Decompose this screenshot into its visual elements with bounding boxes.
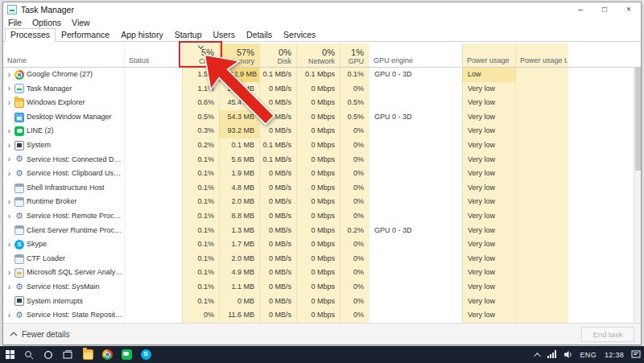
expand-chevron-icon[interactable] [6,68,13,81]
process-row[interactable]: LINE (2) 0.3% 93.2 MB 0 MB/s 0 Mbps 0% V… [3,124,641,138]
expand-chevron-icon[interactable] [6,266,13,279]
process-row[interactable]: Desktop Window Manager 0.5% 54.3 MB 0 MB… [3,110,641,125]
power-trend-cell [515,138,568,153]
tab-services[interactable]: Services [278,28,321,42]
end-task-button[interactable]: End task [581,327,634,342]
power-usage-cell: Very low [462,308,515,323]
status-cell [124,167,182,181]
process-row[interactable]: Service Host: SysMain 0.1% 1.1 MB 0 MB/s… [3,280,641,295]
menu-options[interactable]: Options [32,18,61,27]
tab-details[interactable]: Details [241,28,278,42]
tab-performance[interactable]: Performance [56,28,115,42]
maximize-button[interactable]: □ [592,2,617,17]
process-row[interactable]: CTF Loader 0.1% 2.0 MB 0 MB/s 0 Mbps 0% … [3,252,641,266]
process-icon [14,283,24,292]
fewer-details-toggle[interactable]: Fewer details [10,330,69,339]
power-trend-cell [515,82,568,97]
start-button[interactable] [0,346,19,363]
process-row[interactable]: System interrupts 0.1% 0 MB 0 MB/s 0 Mbp… [3,295,641,309]
status-cell [124,224,182,238]
taskbar-skype[interactable] [135,346,155,363]
power-trend-cell [515,237,568,252]
process-icon [14,141,24,151]
expand-chevron-icon[interactable] [6,167,13,180]
taskbar-chrome[interactable] [97,346,116,363]
expand-chevron-icon[interactable] [6,139,13,152]
column-header-gpu-engine[interactable]: GPU engine [369,43,462,67]
process-row[interactable]: Task Manager 1.1% 26.1 MB 0 MB/s 0 Mbps … [3,82,641,97]
process-row[interactable]: Google Chrome (27) 1.5% 1,412.9 MB 0.1 M… [3,68,641,82]
power-trend-cell [515,181,568,196]
column-header-gpu[interactable]: 1% GPU [340,43,369,67]
status-cell [124,138,182,153]
status-cell [124,237,182,252]
tab-startup[interactable]: Startup [169,28,208,42]
memory-cell: 11.6 MB [219,308,259,323]
tray-expand-button[interactable] [528,346,544,363]
row-filler [568,224,641,238]
column-header-network[interactable]: 0% Network [296,43,340,67]
process-row[interactable]: Service Host: Remote Procedure... 0.1% 8… [3,209,641,224]
clock[interactable]: 12:38 [601,351,628,359]
tray-network-button[interactable] [544,346,560,363]
process-row[interactable]: Service Host: Clipboard User Ser... 0.1%… [3,167,641,181]
row-filler [568,96,641,110]
file-explorer-icon [83,349,93,360]
process-name-cell: CTF Loader [3,252,124,266]
status-cell [124,280,182,295]
menu-view[interactable]: View [72,18,90,27]
expand-chevron-icon[interactable] [6,210,13,223]
taskbar-search-button[interactable] [19,346,39,363]
process-name-cell: Service Host: Connected Device... [3,153,124,167]
expand-chevron-icon[interactable] [6,196,13,208]
scrollbar-thumb[interactable] [635,68,641,171]
expand-chevron-icon[interactable] [6,238,13,251]
expand-chevron-icon[interactable] [6,125,13,138]
column-header-status[interactable]: Status [124,43,182,67]
gpu-engine-cell: GPU 0 - 3D [369,224,462,238]
gpu-cell: 0% [340,153,369,167]
tab-app-history[interactable]: App history [115,28,169,42]
process-name-cell: Client Server Runtime Process [3,224,124,238]
network-cell: 0 Mbps [296,96,340,110]
memory-cell: 5.6 MB [219,153,259,167]
language-indicator[interactable]: ENG [576,351,601,359]
network-cell: 0 Mbps [296,280,340,295]
expand-chevron-icon[interactable] [6,82,13,95]
process-row[interactable]: System 0.2% 0.1 MB 0.1 MB/s 0 Mbps 0% Ve… [3,138,641,153]
action-center-button[interactable] [628,346,644,363]
process-row[interactable]: Windows Explorer 0.6% 45.4 MB 0 MB/s 0 M… [3,96,641,110]
tab-users[interactable]: Users [208,28,241,42]
column-header-power-usage[interactable]: Power usage [462,43,515,67]
process-row[interactable]: Shell Infrastructure Host 0.1% 4.8 MB 0 … [3,181,641,196]
column-header-name[interactable]: Name [3,43,124,67]
cpu-cell: 0.1% [182,167,219,181]
taskbar-line[interactable] [116,346,135,363]
vertical-scrollbar[interactable] [634,68,641,323]
expand-chevron-icon[interactable] [6,97,13,109]
process-name-cell: Skype [3,237,124,252]
process-row[interactable]: Skype 0.1% 1.7 MB 0 MB/s 0 Mbps 0% Very … [3,237,641,252]
expand-chevron-icon[interactable] [6,281,13,294]
process-name-cell: Runtime Broker [3,195,124,209]
process-row[interactable]: Service Host: State Repository S... 0% 1… [3,308,641,323]
menu-file[interactable]: File [8,18,22,27]
tray-volume-button[interactable] [560,346,576,363]
memory-cell: 2.0 MB [219,252,259,266]
status-cell [124,308,182,323]
close-button[interactable]: × [617,2,641,17]
process-row[interactable]: Microsoft SQL Server Analysis S... 0.1% … [3,266,641,280]
column-header-power-usage-trend[interactable]: Power usage t... [515,43,568,67]
process-row[interactable]: Service Host: Connected Device... 0.1% 5… [3,153,641,167]
process-row[interactable]: Runtime Broker 0.1% 2.0 MB 0 MB/s 0 Mbps… [3,195,641,209]
cortana-button[interactable] [39,346,58,363]
taskbar-file-explorer[interactable] [77,346,97,363]
process-row[interactable]: Client Server Runtime Process 0.1% 1.3 M… [3,224,641,238]
expand-chevron-icon[interactable] [6,309,13,322]
expand-chevron-icon[interactable] [6,153,13,166]
title-bar: Task Manager – □ × [3,2,641,17]
gpu-engine-cell [369,308,462,323]
task-view-button[interactable] [58,346,77,363]
tab-processes[interactable]: Processes [5,28,56,42]
minimize-button[interactable]: – [568,2,592,17]
